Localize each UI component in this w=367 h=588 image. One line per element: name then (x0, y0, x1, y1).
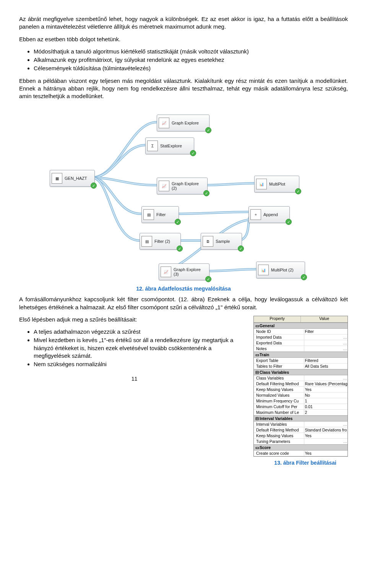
group-class-variables[interactable]: ⊟Class Variables (254, 369, 348, 375)
figure-caption: 12. ábra Adatfelosztás megvalósítása (19, 286, 348, 292)
prop-normalized-values: Normalized Values (254, 393, 304, 398)
prop-interval-variables: Interval Variables (254, 422, 304, 427)
list-item: Célesemények túldúsítása (túlmintavétele… (34, 65, 348, 72)
figure-caption-2: 13. ábra Filter beállításai (19, 460, 336, 466)
prop-max-levels: Maximum Number of Le (254, 410, 304, 415)
node-label: Graph Explore (172, 121, 199, 125)
multiplot-icon: 📊 (256, 179, 267, 189)
prop-imported-data: Imported Data (254, 334, 304, 340)
ellipsis-button[interactable]: … (343, 376, 347, 380)
group-score[interactable]: ▭Score (254, 444, 348, 451)
filter-icon: ▤ (141, 236, 152, 247)
node-label: Filter (2) (154, 239, 170, 244)
group-general[interactable]: ▭General (254, 323, 348, 329)
properties-panel[interactable]: Property Value ▭General Node IDFilter Im… (253, 316, 348, 457)
prop-tuning-parameters: Tuning Parameters (254, 439, 304, 444)
chart-icon: 📈 (159, 118, 169, 128)
node-append[interactable]: ＋ Append ✓ (248, 206, 290, 223)
node-graph-explore[interactable]: 📈 Graph Explore ✓ (157, 115, 209, 131)
chart-icon: 📈 (159, 181, 169, 191)
node-label: StatExplore (160, 144, 182, 148)
diagram-connections (46, 107, 321, 283)
prop-min-cutoff: Minimum Cutoff for Per (254, 404, 304, 409)
prop-notes: Notes (254, 346, 304, 351)
paragraph: Ebben a példában viszont egy teljesen má… (19, 77, 348, 100)
paragraph: Az ábrát megfigyelve szembetűnő lehet, h… (19, 15, 348, 31)
multiplot-icon: 📊 (258, 265, 269, 275)
node-sample[interactable]: 🗎 Sample ✓ (201, 233, 242, 250)
chart-icon: 📈 (161, 267, 171, 277)
prop-exported-data: Exported Data (254, 340, 304, 346)
col-header-value: Value (301, 316, 348, 322)
node-label: Filter (156, 212, 166, 217)
paragraph: Ebben az esetben több dolgot tehetünk. (19, 36, 348, 43)
workflow-diagram: ▦ GEN_HAZT ✓ 📈 Graph Explore ✓ Σ StatExp… (46, 107, 321, 283)
prop-default-filter-class: Default Filtering Method (254, 381, 304, 386)
prop-export-table: Export Table (254, 358, 304, 363)
prop-keep-missing-interval: Keep Missing Values (254, 433, 304, 438)
ellipsis-button[interactable]: … (343, 422, 347, 426)
node-multiplot[interactable]: 📊 MultiPlot ✓ (254, 176, 299, 192)
ellipsis-button[interactable]: … (343, 341, 347, 345)
col-header-property: Property (254, 316, 301, 322)
group-interval-variables[interactable]: ⊟Interval Variables (254, 415, 348, 422)
append-icon: ＋ (250, 209, 261, 220)
filter-icon: ▤ (143, 209, 154, 220)
bullet-list: Módosíthatjuk a tanuló algoritmus kiérté… (34, 48, 348, 73)
prop-tables-to-filter: Tables to Filter (254, 363, 304, 369)
node-label: GEN_HAZT (65, 176, 87, 181)
node-label: Graph Explore (3) (174, 267, 201, 276)
node-stat-explore[interactable]: Σ StatExplore ✓ (145, 137, 194, 154)
node-label: MultiPlot (2) (271, 268, 294, 272)
ellipsis-button[interactable]: … (343, 439, 347, 444)
prop-min-frequency: Minimum Frequency Cu (254, 398, 304, 404)
prop-keep-missing-class: Keep Missing Values (254, 387, 304, 392)
prop-default-filter-interval: Default Filtering Method (254, 427, 304, 433)
prop-class-variables: Class Variables (254, 375, 304, 381)
node-label: Append (263, 212, 278, 217)
node-filter[interactable]: ▤ Filter ✓ (141, 206, 179, 223)
paragraph: A forrásállományunkhoz kapcsoljunk két f… (19, 296, 348, 311)
node-graph-explore-3[interactable]: 📈 Graph Explore (3) ✓ (159, 263, 209, 280)
prop-create-score-code: Create score code (254, 451, 304, 456)
stats-icon: Σ (147, 141, 158, 151)
node-label: MultiPlot (269, 182, 285, 186)
group-train[interactable]: ▭Train (254, 352, 348, 358)
list-item: Alkalmazunk egy profitmátrixot, így súly… (34, 56, 348, 64)
list-item: Módosíthatjuk a tanuló algoritmus kiérté… (34, 48, 348, 55)
prop-node-id: Node ID (254, 329, 304, 334)
node-filter-2[interactable]: ▤ Filter (2) ✓ (140, 233, 181, 250)
node-gen-hazt[interactable]: ▦ GEN_HAZT ✓ (50, 170, 95, 187)
ellipsis-button[interactable]: … (343, 335, 347, 339)
panel-header: Property Value (254, 316, 348, 323)
ellipsis-button[interactable]: … (343, 346, 347, 351)
node-label: Graph Explore (2) (172, 181, 199, 191)
node-label: Sample (216, 239, 230, 244)
node-graph-explore-2[interactable]: 📈 Graph Explore (2) ✓ (157, 178, 208, 194)
node-multiplot-2[interactable]: 📊 MultiPlot (2) ✓ (256, 262, 305, 278)
sample-icon: 🗎 (203, 236, 213, 247)
table-icon: ▦ (52, 173, 62, 184)
